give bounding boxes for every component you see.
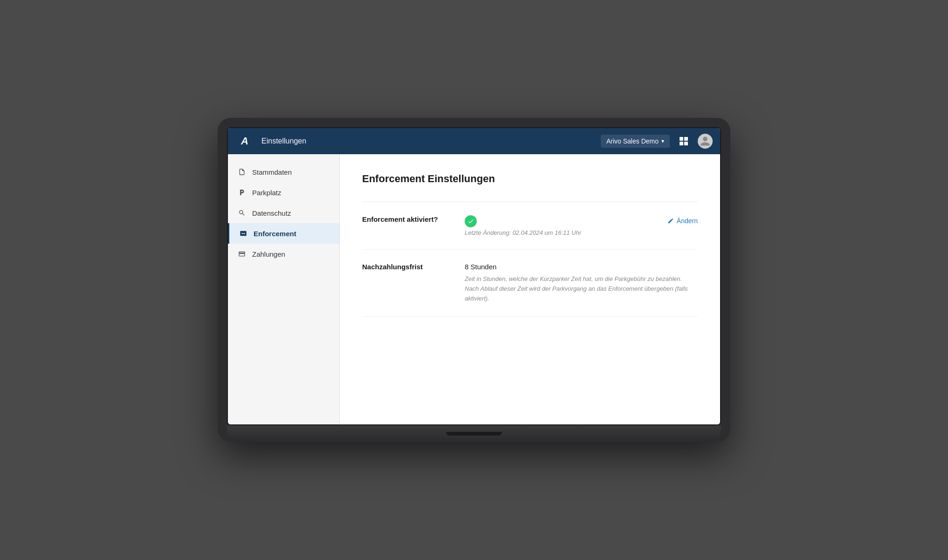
laptop-base [227, 425, 721, 442]
grid-apps-button[interactable] [675, 133, 692, 150]
enforcement-aktiviert-top-row: Ändern [465, 215, 698, 227]
nachzahlungsfrist-value: 8 Stunden [465, 263, 698, 271]
sidebar-item-zahlungen[interactable]: Zahlungen [228, 244, 339, 264]
doc-icon [237, 167, 247, 177]
sidebar: Stammdaten Parkplatz Datenschutz [228, 154, 340, 424]
sidebar-item-enforcement-label: Enforcement [254, 230, 296, 238]
chevron-down-icon: ▾ [661, 138, 664, 144]
nachzahlungsfrist-label: Nachzahlungsfrist [362, 263, 465, 271]
enforcement-aktiviert-row: Enforcement aktiviert? [362, 202, 698, 250]
nachzahlungsfrist-description: Zeit in Stunden, welche der Kurzparker Z… [465, 274, 688, 303]
parking-icon [237, 188, 247, 197]
logo-letter: A [241, 135, 248, 147]
sidebar-item-parkplatz-label: Parkplatz [252, 189, 282, 197]
search-icon [237, 208, 247, 218]
enforcement-aktiviert-change-button[interactable]: Ändern [667, 215, 698, 226]
sidebar-item-zahlungen-label: Zahlungen [252, 250, 285, 258]
sidebar-item-parkplatz[interactable]: Parkplatz [228, 182, 339, 203]
nachzahlungsfrist-value-col: 8 Stunden Zeit in Stunden, welche der Ku… [465, 263, 698, 303]
sidebar-item-enforcement[interactable]: Enforcement [228, 223, 339, 244]
workspace-name: Arivo Sales Demo [606, 137, 659, 145]
pencil-icon [667, 218, 674, 224]
user-avatar[interactable] [698, 134, 713, 149]
checkmark-icon [467, 218, 474, 225]
enforcement-aktiviert-value-col: Ändern Letzte Änderung: 02.04.2024 um 16… [465, 215, 698, 236]
header-title: Einstellungen [261, 137, 593, 145]
grid-icon [680, 137, 688, 145]
main-content: Enforcement Einstellungen Enforcement ak… [340, 154, 720, 424]
enforcement-aktiviert-actions: Ändern [667, 215, 698, 226]
sidebar-item-datenschutz[interactable]: Datenschutz [228, 203, 339, 223]
card-icon [237, 249, 247, 259]
check-circle-icon [465, 215, 477, 227]
sidebar-item-stammdaten[interactable]: Stammdaten [228, 162, 339, 182]
app-body: Stammdaten Parkplatz Datenschutz [228, 154, 720, 424]
enforcement-aktiviert-check-area [465, 215, 667, 227]
change-btn-label: Ändern [677, 217, 698, 225]
settings-section: Enforcement aktiviert? [362, 202, 698, 317]
nachzahlungsfrist-row: Nachzahlungsfrist 8 Stunden Zeit in Stun… [362, 250, 698, 317]
logo: A [235, 132, 254, 150]
last-change-text: Letzte Änderung: 02.04.2024 um 16:11 Uhr [465, 229, 698, 236]
app-header: A Einstellungen Arivo Sales Demo ▾ [228, 128, 720, 154]
enforcement-icon [239, 229, 248, 238]
page-title: Enforcement Einstellungen [362, 173, 698, 185]
user-icon [700, 136, 711, 147]
laptop-notch [446, 432, 502, 436]
sidebar-item-datenschutz-label: Datenschutz [252, 209, 291, 217]
header-right: Arivo Sales Demo ▾ [601, 133, 713, 150]
sidebar-item-stammdaten-label: Stammdaten [252, 168, 292, 176]
enforcement-aktiviert-label: Enforcement aktiviert? [362, 215, 465, 224]
workspace-selector[interactable]: Arivo Sales Demo ▾ [601, 135, 670, 148]
